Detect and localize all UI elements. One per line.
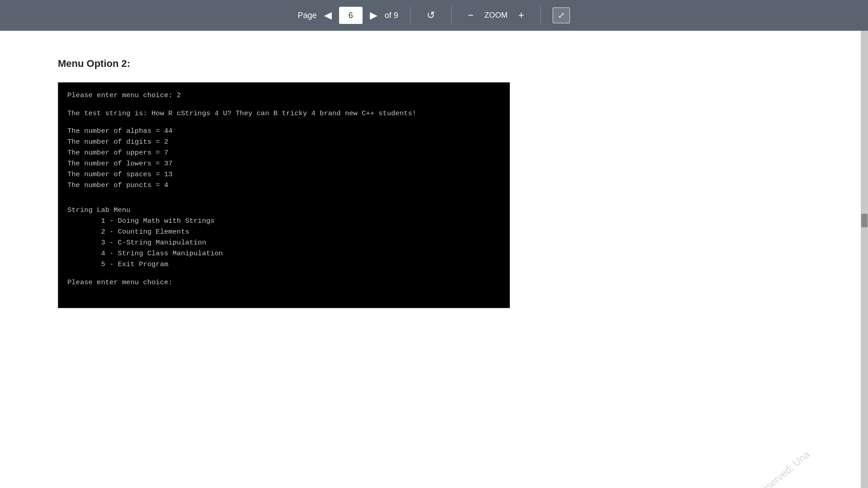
divider-1 [410,6,410,24]
main-content: Menu Option 2: Please enter menu choice:… [0,31,868,488]
terminal-line-16: 4 - String Class Manipulation [67,248,500,259]
zoom-in-button[interactable]: + [514,7,529,24]
terminal-line-17: 5 - Exit Program [67,259,500,270]
page-total-label: of 9 [385,11,398,20]
scrollbar[interactable] [861,31,868,488]
terminal-line-8: The number of spaces = 13 [67,169,500,180]
terminal-line-14: 2 - Counting Elements [67,226,500,237]
page-number-input[interactable] [339,7,363,24]
terminal-line-13: 1 - Doing Math with Strings [67,216,500,226]
terminal-line-2: The test string is: How R cStrings 4 U? … [67,108,500,119]
prev-page-button[interactable]: ◀ [321,8,335,23]
terminal-spacer-10 [67,191,500,198]
terminal-line-19: Please enter menu choice: [67,277,500,288]
terminal-spacer-11 [67,198,500,205]
terminal-line-5: The number of digits = 2 [67,136,500,147]
page-nav-group: Page ◀ ▶ of 9 [289,7,407,24]
terminal-output: Please enter menu choice: 2 The test str… [58,82,510,308]
expand-group: ⤢ [543,7,579,23]
terminal-spacer-3 [67,119,500,126]
divider-2 [451,6,452,24]
section-title: Menu Option 2: [58,58,825,70]
zoom-out-button[interactable]: − [463,7,478,24]
terminal-spacer-18 [67,270,500,277]
zoom-label: ZOOM [482,11,510,20]
rotate-button[interactable]: ↺ [422,7,439,24]
rotate-group: ↺ [413,7,448,24]
left-gutter [0,31,31,488]
next-page-button[interactable]: ▶ [366,8,381,23]
scrollbar-thumb[interactable] [861,214,868,227]
terminal-line-4: The number of alphas = 44 [67,126,500,136]
terminal-line-0: Please enter menu choice: 2 [67,90,500,101]
divider-3 [540,6,541,24]
terminal-line-6: The number of uppers = 7 [67,147,500,158]
watermark: reserved; Una [757,449,812,488]
page-label: Page [298,11,317,20]
terminal-line-12: String Lab Menu [67,205,500,216]
toolbar: Page ◀ ▶ of 9 ↺ − ZOOM + ⤢ [0,0,868,31]
terminal-spacer-1 [67,101,500,108]
terminal-line-9: The number of puncts = 4 [67,180,500,191]
page-area: Menu Option 2: Please enter menu choice:… [31,31,861,488]
terminal-line-7: The number of lowers = 37 [67,158,500,169]
zoom-group: − ZOOM + [454,7,538,24]
expand-button[interactable]: ⤢ [552,7,570,23]
terminal-line-15: 3 - C-String Manipulation [67,237,500,248]
